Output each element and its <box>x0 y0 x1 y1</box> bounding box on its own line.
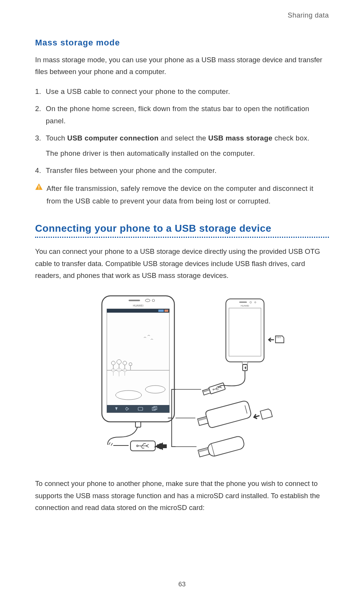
svg-point-17 <box>123 361 127 365</box>
svg-point-13 <box>111 361 115 365</box>
step-3-bold1: USB computer connection <box>67 134 158 142</box>
section2-outro: To connect your phone to another phone, … <box>35 478 329 513</box>
step-3-post: check box. <box>272 134 309 142</box>
step-4: Transfer files between your phone and th… <box>35 165 329 176</box>
svg-rect-38 <box>239 302 247 303</box>
usb-flash-drive-icon <box>197 436 245 460</box>
phone-large-icon: HUAWEI <box>102 296 174 422</box>
arrow-left-icon <box>156 442 167 450</box>
illustration-container: HUAWEI <box>35 292 329 464</box>
card-reader-icon <box>196 400 252 431</box>
step-2: On the phone home screen, flick down fro… <box>35 103 329 127</box>
svg-rect-43 <box>242 362 248 364</box>
section1-intro: In mass storage mode, you can use your p… <box>35 54 329 78</box>
svg-rect-1 <box>39 188 39 189</box>
svg-point-27 <box>116 391 142 400</box>
svg-rect-62 <box>207 436 245 457</box>
svg-point-26 <box>145 386 165 393</box>
svg-marker-44 <box>275 336 284 343</box>
running-header: Sharing data <box>35 11 329 19</box>
sd-card-reader-icon <box>253 408 272 421</box>
svg-marker-60 <box>260 408 272 419</box>
step-3-pre: Touch <box>46 134 67 142</box>
phone-small-icon: HUAWEI <box>226 299 264 364</box>
otg-cable-icon <box>108 422 155 451</box>
step-3-bold2: USB mass storage <box>208 134 272 142</box>
svg-rect-32 <box>135 422 141 427</box>
section2-intro: You can connect your phone to a USB stor… <box>35 245 329 281</box>
svg-rect-0 <box>39 186 39 188</box>
svg-rect-3 <box>129 300 140 301</box>
subheading-mass-storage: Mass storage mode <box>35 38 329 48</box>
page-number: 63 <box>0 581 364 588</box>
svg-point-23 <box>117 368 121 372</box>
step-3-mid: and select the <box>159 134 208 142</box>
step-1: Use a USB cable to connect your phone to… <box>35 86 329 97</box>
section-heading-usb-storage: Connecting your phone to a USB storage d… <box>35 223 329 238</box>
svg-rect-9 <box>158 310 164 312</box>
svg-rect-10 <box>164 310 168 312</box>
svg-text:↑: ↑ <box>245 366 246 370</box>
svg-point-25 <box>123 369 127 372</box>
step-3: Touch USB computer connection and select… <box>35 132 329 159</box>
svg-point-21 <box>111 369 115 372</box>
sd-card-small-icon <box>269 336 284 343</box>
svg-text:HUAWEI: HUAWEI <box>133 304 143 307</box>
svg-rect-42 <box>229 308 261 356</box>
svg-text:HUAWEI: HUAWEI <box>241 305 249 307</box>
step-3-sub: The phone driver is then automatically i… <box>46 147 329 159</box>
svg-point-15 <box>117 360 121 364</box>
caution-block: After file transmission, safely remove t… <box>35 182 329 208</box>
svg-point-19 <box>129 363 132 366</box>
warning-icon <box>35 183 43 192</box>
cable-phone-usb-icon: ↑ <box>202 365 247 396</box>
caution-text: After file transmission, safely remove t… <box>47 182 329 208</box>
steps-list: Use a USB cable to connect your phone to… <box>35 86 329 177</box>
svg-marker-36 <box>156 442 163 450</box>
usb-otg-diagram-icon: HUAWEI <box>68 292 296 464</box>
